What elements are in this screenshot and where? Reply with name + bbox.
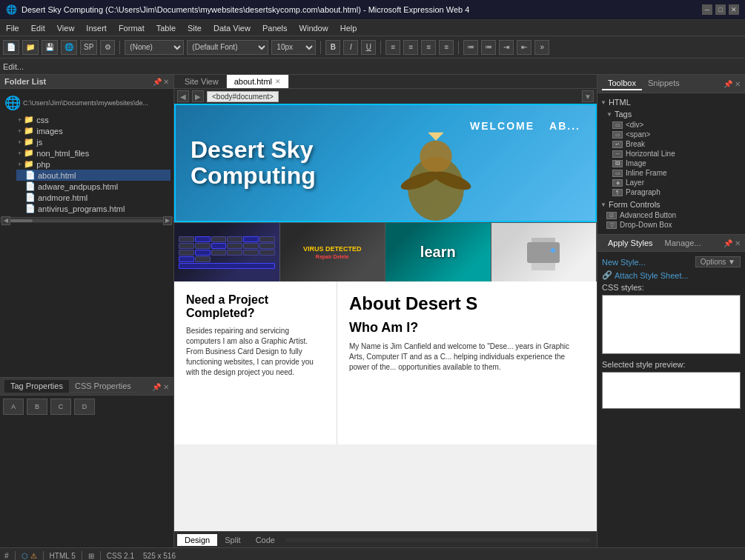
tag-props-pin[interactable]: 📌 [152,383,161,391]
menu-edit[interactable]: Edit [25,20,51,36]
minimize-button[interactable]: ─ [702,4,712,15]
list-button[interactable]: ≔ [463,40,478,55]
font-dropdown[interactable]: (Default Font) [187,40,268,55]
bold-button[interactable]: B [325,40,340,55]
folder-item-non-html[interactable]: + 📁 non_html_files [16,147,170,159]
folder-item-andmore[interactable]: 📄 andmore.html [16,192,170,203]
expand-icon-non-html[interactable]: + [18,150,21,157]
folder-item-about[interactable]: 📄 about.html [16,170,170,181]
align-center-button[interactable]: ≡ [403,40,418,55]
menu-file[interactable]: File [0,20,25,36]
new-button[interactable]: 📄 [3,40,19,55]
tag-props-close[interactable]: ✕ [163,383,169,391]
extra-button[interactable]: ⚙ [100,40,115,55]
toolbox-tab-toolbox[interactable]: Toolbox [602,77,642,90]
toolbox-item-paragraph[interactable]: ¶ Paragraph [606,187,742,197]
toolbox-form-header[interactable]: ▼ Form Controls [600,199,742,210]
tag-properties-tab[interactable]: Tag Properties [4,380,69,393]
underline-button[interactable]: U [361,40,376,55]
expand-icon-js[interactable]: + [18,139,21,146]
tab-split[interactable]: Split [217,534,248,546]
folder-item-antivirus[interactable]: 📄 antivirus_programs.html [16,203,170,214]
align-justify-button[interactable]: ≡ [439,40,454,55]
nav-back-arrow[interactable]: ◀ [177,90,189,102]
toolbox-close[interactable]: ✕ [735,80,741,88]
manage-tab[interactable]: Manage... [659,237,707,249]
scroll-right-button[interactable]: ▶ [163,216,172,225]
attach-stylesheet-link[interactable]: 🔗 Attach Style Sheet... [602,270,741,280]
menu-help[interactable]: Help [334,20,363,36]
menu-panels[interactable]: Panels [256,20,294,36]
tab-site-view[interactable]: Site View [177,75,227,88]
indent-button[interactable]: ⇥ [499,40,514,55]
tab-design[interactable]: Design [177,534,217,546]
toolbox-item-layer[interactable]: ◈ Layer [606,178,742,187]
toolbox-html-header[interactable]: ▼ HTML [600,96,742,108]
tab-about-html[interactable]: about.html ✕ [227,75,289,88]
folder-list-pin[interactable]: 📌 [153,78,162,86]
folder-item-js[interactable]: + 📁 js [16,136,170,147]
folder-item-images[interactable]: + 📁 images [16,125,170,136]
prop-box-2[interactable]: B [27,399,47,415]
save-button[interactable]: 💾 [42,40,58,55]
nav-forward-arrow[interactable]: ▶ [192,90,204,102]
open-button[interactable]: 📁 [22,40,39,55]
prop-box-3[interactable]: C [50,399,71,415]
root-folder[interactable]: 🌐 C:\Users\Jim\Documents\mywebsites\de..… [3,92,170,114]
options-button[interactable]: Options ▼ [695,256,741,267]
apply-styles-close[interactable]: ✕ [735,239,741,247]
toolbox-tags-header[interactable]: ▼ Tags [606,108,742,120]
tab-close-icon[interactable]: ✕ [275,78,281,85]
toolbox-item-iframe[interactable]: ▭ Inline Frame [606,168,742,178]
folder-item-adware[interactable]: 📄 adware_andpups.html [16,181,170,192]
nav-expand-button[interactable]: ▼ [582,90,594,102]
prop-box-4[interactable]: D [74,399,95,415]
menu-site[interactable]: Site [182,20,208,36]
selected-style-box[interactable] [602,372,741,409]
toolbox-item-advanced-btn[interactable]: ⊡ Advanced Button [600,210,742,220]
folder-scrollbar[interactable]: ◀ ▶ [0,217,173,223]
menu-window[interactable]: Window [294,20,334,36]
tab-code[interactable]: Code [248,534,282,546]
folder-list-close[interactable]: ✕ [163,78,169,86]
align-right-button[interactable]: ≡ [421,40,436,55]
maximize-button[interactable]: □ [715,4,726,15]
toolbox-pin[interactable]: 📌 [724,80,732,88]
sp-button[interactable]: SP [80,40,97,55]
bottom-scrollbar[interactable] [285,538,591,542]
style-dropdown[interactable]: (None) [125,40,184,55]
close-button[interactable]: ✕ [729,4,739,15]
menu-table[interactable]: Table [150,20,182,36]
apply-styles-pin[interactable]: 📌 [724,239,732,247]
css-styles-box[interactable] [602,295,741,354]
expand-icon-images[interactable]: + [18,127,21,135]
menu-dataview[interactable]: Data View [208,20,256,36]
css-properties-tab[interactable]: CSS Properties [69,380,137,393]
toolbox-item-span[interactable]: ▭ <span> [606,130,742,139]
italic-button[interactable]: I [343,40,358,55]
align-left-button[interactable]: ≡ [385,40,400,55]
list2-button[interactable]: ≔ [481,40,496,55]
folder-item-css[interactable]: + 📁 css [16,114,170,125]
toolbox-item-hr[interactable]: ─ Horizontal Line [606,149,742,159]
publish-button[interactable]: 🌐 [61,40,77,55]
prop-box-1[interactable]: A [3,399,24,415]
menu-format[interactable]: Format [113,20,150,36]
size-dropdown[interactable]: 10px [271,40,316,55]
menu-insert[interactable]: Insert [80,20,113,36]
expand-icon-php[interactable]: + [18,161,21,168]
new-style-link[interactable]: New Style... [602,258,646,267]
more-button[interactable]: » [534,40,549,55]
toolbox-item-image[interactable]: 🖼 Image [606,159,742,168]
toolbox-tab-snippets[interactable]: Snippets [642,77,686,90]
menu-view[interactable]: View [51,20,81,36]
outdent-button[interactable]: ⇤ [517,40,532,55]
toolbox-item-dropdown[interactable]: ▽ Drop-Down Box [600,220,742,230]
apply-styles-tab[interactable]: Apply Styles [602,237,659,249]
toolbox-item-div[interactable]: ▭ <div> [606,120,742,130]
scroll-left-button[interactable]: ◀ [1,216,10,225]
breadcrumb[interactable]: <body#document> [207,91,279,102]
folder-item-php[interactable]: + 📁 php [16,159,170,170]
expand-icon-css[interactable]: + [18,116,21,124]
toolbox-item-break[interactable]: ↵ Break [606,139,742,149]
